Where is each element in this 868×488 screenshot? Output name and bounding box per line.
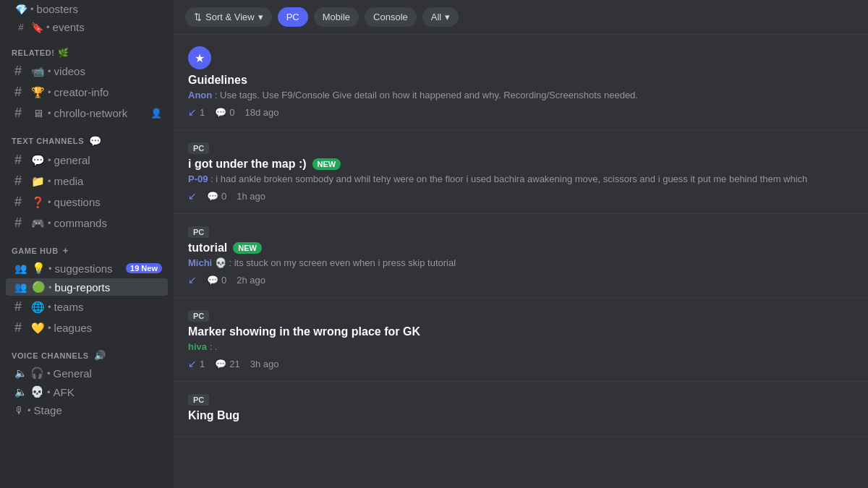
- filter-all-button[interactable]: All ▾: [422, 7, 459, 27]
- new-label-2: NEW: [233, 242, 262, 254]
- post-time-4: 3h ago: [250, 359, 279, 369]
- plus-icon: +: [63, 245, 69, 256]
- top-bar: ⇅ Sort & View ▾ PC Mobile Console All ▾: [174, 0, 868, 35]
- suggestions-new-badge: 19 New: [126, 263, 162, 273]
- sidebar-item-creator-info[interactable]: # 🏆 • creator-info: [6, 82, 168, 102]
- sidebar-item-events[interactable]: # 🔖 • events: [6, 19, 168, 35]
- sidebar-item-boosters[interactable]: 💎 • boosters: [6, 1, 168, 17]
- sidebar-item-questions[interactable]: # ❓ • questions: [6, 192, 168, 212]
- leagues-icon: 💛: [30, 322, 45, 335]
- sidebar-item-leagues[interactable]: # 💛 • leagues: [6, 318, 168, 338]
- reaction-icon-2: ↙: [188, 190, 197, 202]
- hash-teams: #: [14, 299, 27, 314]
- posts-list: ★ Guidelines Anon : Use tags. Use F9/Con…: [174, 35, 868, 488]
- post-header: ★: [188, 46, 854, 69]
- post-item-guidelines[interactable]: ★ Guidelines Anon : Use tags. Use F9/Con…: [174, 35, 868, 130]
- sidebar-item-afk[interactable]: 🔈 💀 • AFK: [6, 383, 168, 401]
- gamehub-section-header[interactable]: GAME HUB +: [0, 234, 174, 259]
- reaction-icon-3: ↙: [188, 274, 197, 286]
- media-icon: 📁: [30, 175, 45, 188]
- sidebar-item-commands[interactable]: # 🎮 • commands: [6, 213, 168, 233]
- sidebar-item-voice-general[interactable]: 🔈 🎧 • General: [6, 364, 168, 382]
- tab-pc-button[interactable]: PC: [278, 7, 308, 27]
- post-item-tutorial[interactable]: PC tutorial NEW Michi 💀 : its stuck on m…: [174, 214, 868, 298]
- related-section-header[interactable]: RELATED! 🌿: [0, 36, 174, 61]
- sidebar-item-suggestions[interactable]: 👥 💡 • suggestions 19 New: [6, 260, 168, 277]
- comments-count: 💬 0: [215, 107, 234, 118]
- related-leaf-icon: 🌿: [58, 48, 69, 58]
- reactions-count-4: ↙ 1: [188, 358, 205, 369]
- sidebar-item-teams[interactable]: # 🌐 • teams: [6, 297, 168, 317]
- sidebar-item-chrollo-network[interactable]: # 🖥 • chrollo-network 👤: [6, 103, 168, 123]
- people-icon: 👥: [14, 262, 27, 274]
- post-title-under-map: i got under the map :) NEW: [188, 158, 854, 171]
- tab-console-button[interactable]: Console: [365, 7, 417, 27]
- skull-emoji: 💀: [215, 257, 226, 268]
- filter-chevron-icon: ▾: [445, 12, 450, 22]
- skull-icon: 💀: [30, 385, 44, 398]
- hash-general: #: [14, 153, 27, 168]
- videos-icon: 📹: [30, 65, 45, 78]
- hash-leagues: #: [14, 320, 27, 335]
- comment-icon-2: 💬: [207, 191, 218, 202]
- post-item-marker[interactable]: PC Marker showing in the wrong place for…: [174, 298, 868, 382]
- post-preview-marker: hiva : .: [188, 341, 839, 352]
- post-title-king-bug: King Bug: [188, 409, 854, 422]
- post-meta-marker: ↙ 1 💬 21 3h ago: [188, 358, 854, 369]
- sort-icon: ⇅: [194, 12, 202, 22]
- headphones-icon: 🎧: [30, 367, 44, 380]
- commands-icon: 🎮: [30, 217, 45, 230]
- add-member-icon: 👤: [150, 108, 162, 119]
- hashtag-icon: #: [14, 22, 27, 33]
- text-channels-header[interactable]: TEXT CHANNELS 💬: [0, 124, 174, 150]
- post-title-guidelines: Guidelines: [188, 74, 854, 87]
- sort-view-button[interactable]: ⇅ Sort & View ▾: [185, 7, 272, 27]
- sidebar-item-general[interactable]: # 💬 • general: [6, 150, 168, 170]
- sidebar-item-stage[interactable]: 🎙 • Stage: [6, 402, 168, 419]
- post-preview-tutorial: Michi 💀 : its stuck on my screen even wh…: [188, 257, 839, 268]
- reaction-icon: ↙: [188, 106, 197, 118]
- hash-media: #: [14, 174, 27, 189]
- comments-count-4: 💬 21: [215, 359, 239, 369]
- post-meta-guidelines: ↙ 1 💬 0 18d ago: [188, 106, 854, 118]
- hash-icon-3: #: [14, 106, 27, 121]
- post-item-king-bug[interactable]: PC King Bug: [174, 382, 868, 437]
- speech-icon: 💬: [89, 135, 102, 147]
- post-item-under-map[interactable]: PC i got under the map :) NEW P-09 : i h…: [174, 130, 868, 214]
- post-tag-pc-2: PC: [188, 226, 209, 238]
- new-label: NEW: [312, 158, 341, 170]
- volume-icon: 🔊: [94, 350, 106, 361]
- teams-icon: 🌐: [30, 301, 45, 314]
- comment-icon-3: 💬: [207, 275, 218, 286]
- comment-icon: 💬: [215, 107, 226, 118]
- sidebar-item-videos[interactable]: # 📹 • videos: [6, 61, 168, 81]
- post-title-tutorial: tutorial NEW: [188, 241, 854, 254]
- bug-reports-icon: 🟢: [31, 281, 46, 294]
- stage-icon: 🎙: [14, 405, 25, 416]
- reactions-count: ↙ 1: [188, 106, 205, 118]
- post-time-3: 2h ago: [237, 275, 265, 286]
- post-title-marker: Marker showing in the wrong place for GK: [188, 325, 854, 338]
- tab-mobile-button[interactable]: Mobile: [314, 7, 359, 27]
- volume-small-icon: 🔈: [14, 367, 27, 379]
- sort-chevron-icon: ▾: [258, 12, 263, 22]
- hiva-username: hiva: [188, 341, 207, 352]
- post-tag-pc-4: PC: [188, 394, 209, 406]
- network-icon: 🖥: [30, 107, 45, 119]
- voice-channels-header[interactable]: VOICE CHANNELS 🔊: [0, 338, 174, 364]
- post-time: 18d ago: [244, 107, 278, 118]
- boosters-icon: 💎: [14, 4, 27, 15]
- hash-commands: #: [14, 215, 27, 231]
- sidebar-item-bug-reports[interactable]: 👥 🟢 • bug-reports: [6, 278, 168, 296]
- events-icon: 🔖: [30, 22, 43, 33]
- questions-icon: ❓: [30, 196, 45, 209]
- volume-small-icon-2: 🔈: [14, 386, 27, 398]
- sidebar-item-media[interactable]: # 📁 • media: [6, 171, 168, 191]
- post-meta-tutorial: ↙ 💬 0 2h ago: [188, 274, 854, 286]
- post-tag-pc: PC: [188, 142, 209, 154]
- post-preview-under-map: P-09 : i had ankle broken sombody and wh…: [188, 174, 839, 184]
- comments-count-2: 💬 0: [207, 191, 226, 202]
- hash-icon-2: #: [14, 85, 27, 100]
- reactions-count-3: ↙: [188, 274, 197, 286]
- hash-icon: #: [14, 64, 27, 79]
